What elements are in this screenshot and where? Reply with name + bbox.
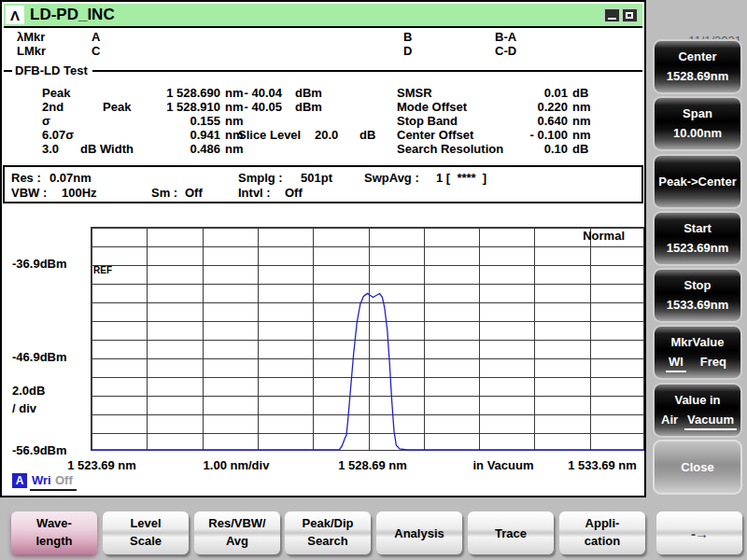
window-controls xyxy=(604,8,638,22)
analysis-value: 0.640 xyxy=(504,115,568,128)
trace-write-indicator: Wri xyxy=(32,474,51,487)
function-key-trace[interactable]: Trace xyxy=(468,511,554,554)
analysis-unit: nm xyxy=(225,143,244,156)
vbw-label: VBW : xyxy=(11,187,47,200)
lvl-marker-label: LMkr xyxy=(17,45,46,58)
softkey-span[interactable]: Span 10.00nm xyxy=(653,96,742,151)
function-key-analysis[interactable]: Analysis xyxy=(376,511,462,554)
softkey-label: Center xyxy=(655,49,740,63)
analysis-section-separator: DFB-LD Test xyxy=(4,63,642,77)
function-key-level-scale[interactable]: Level Scale xyxy=(103,511,189,554)
y-axis-label-top: -36.9dBm xyxy=(12,258,67,271)
analysis-label: 2nd xyxy=(42,101,63,114)
analysis-unit: dB xyxy=(572,87,588,100)
softkey-label: Start xyxy=(655,221,740,235)
sm-value: Off xyxy=(185,187,203,200)
analysis-value: - 0.100 xyxy=(504,129,568,142)
analysis-unit: nm xyxy=(225,115,244,128)
function-key-res-vbw-avg[interactable]: Res/VBW/ Avg xyxy=(194,511,280,554)
swpavg-label: SwpAvg : xyxy=(364,172,419,185)
analysis-value: 0.155 xyxy=(122,115,220,128)
minimize-icon xyxy=(608,18,616,20)
intvl-value: Off xyxy=(285,187,303,200)
function-key-label: length xyxy=(11,532,97,550)
x-axis-center-label: 1 528.69 nm xyxy=(338,459,407,472)
analysis-label: 6.07σ xyxy=(42,129,74,142)
marker-b: B xyxy=(403,31,412,44)
function-key-wavelength[interactable]: Wave- length xyxy=(11,511,97,554)
softkey-mkr-value[interactable]: MkrValue Wl Freq xyxy=(653,325,742,380)
analysis-value: 0.220 xyxy=(504,101,568,114)
marker-d: D xyxy=(403,45,412,58)
option-frequency[interactable]: Freq xyxy=(698,355,729,372)
function-key-label: Level xyxy=(103,514,189,532)
softkey-value: 1523.69nm xyxy=(655,241,740,255)
softkey-label: Value in xyxy=(655,393,740,407)
softkey-value: 10.00nm xyxy=(655,126,740,140)
maximize-icon xyxy=(626,12,633,19)
display-mode-label: Normal xyxy=(557,230,625,243)
y-axis-scale-label: 2.0dB xyxy=(12,385,45,398)
spectrum-trace xyxy=(91,227,644,451)
function-key-application[interactable]: Appli- cation xyxy=(559,511,645,554)
analysis-value: 1 528.690 xyxy=(122,87,220,100)
osa-screen: Λ LD-PD_INC λMkr A B B-A LMkr C D C-D DF… xyxy=(0,0,747,560)
softkey-value-in[interactable]: Value in Air Vacuum xyxy=(653,383,742,438)
function-key-label: Avg xyxy=(194,532,280,550)
sm-label: Sm : xyxy=(151,187,177,200)
analysis-level: - 40.04 xyxy=(233,87,282,100)
function-key-peak-dip-search[interactable]: Peak/Dip Search xyxy=(285,511,371,554)
analysis-value: 1 528.910 xyxy=(122,101,220,114)
analysis-label: 3.0 xyxy=(42,143,59,156)
analysis-unit: nm xyxy=(572,115,591,128)
function-key-more[interactable]: -→ xyxy=(656,511,742,554)
window-title: LD-PD_INC xyxy=(30,6,115,24)
x-axis-stop-label: 1 533.69 nm xyxy=(568,459,637,472)
maximize-button[interactable] xyxy=(622,8,638,22)
trace-polyline xyxy=(91,293,644,450)
analysis-unit: nm xyxy=(572,129,591,142)
analysis-label: Mode Offset xyxy=(397,101,467,114)
smplg-label: Smplg : xyxy=(238,172,283,185)
analysis-label: Center Offset xyxy=(397,129,473,142)
minimize-button[interactable] xyxy=(604,8,620,22)
function-key-label: Res/VBW/ xyxy=(194,514,280,532)
intvl-label: Intvl : xyxy=(238,187,271,200)
softkey-start[interactable]: Start 1523.69nm xyxy=(653,211,742,266)
analysis-unit: nm xyxy=(572,101,591,114)
marker-b-a: B-A xyxy=(495,31,516,44)
analysis-label: Peak xyxy=(42,87,70,100)
softkey-center[interactable]: Center 1528.69nm xyxy=(653,39,742,94)
titlebar: Λ LD-PD_INC xyxy=(4,4,642,28)
option-wavelength[interactable]: Wl xyxy=(666,355,686,372)
softkey-label: Close xyxy=(681,460,713,474)
marker-c-d: C-D xyxy=(495,45,516,58)
analysis-label: σ xyxy=(42,115,50,128)
ref-level-label: REF xyxy=(93,266,112,275)
option-air[interactable]: Air xyxy=(658,413,681,430)
function-key-label: Search xyxy=(285,532,371,550)
function-key-label: Appli- xyxy=(559,514,645,532)
softkey-value: 1533.69nm xyxy=(655,298,740,312)
y-axis-label-bottom: -56.9dBm xyxy=(12,444,67,457)
x-axis-start-label: 1 523.69 nm xyxy=(67,459,136,472)
analysis-value: 0.941 xyxy=(122,129,220,142)
function-key-label: cation xyxy=(559,532,645,550)
function-key-label: Peak/Dip xyxy=(285,514,371,532)
wl-marker-label: λMkr xyxy=(17,31,45,44)
trace-off-indicator: Off xyxy=(55,474,73,487)
softkey-stop[interactable]: Stop 1533.69nm xyxy=(653,268,742,323)
softkey-label: Peak->Center xyxy=(658,175,736,189)
y-axis-scale-label2: / div xyxy=(12,402,36,415)
function-key-label: Trace xyxy=(495,525,527,542)
swpavg-value: 1 [ **** ] xyxy=(436,172,486,185)
analysis-label: Stop Band xyxy=(397,115,458,128)
softkey-peak-to-center[interactable]: Peak->Center xyxy=(653,154,742,209)
function-key-label: Scale xyxy=(103,532,189,550)
function-key-label: Analysis xyxy=(394,525,444,542)
option-vacuum[interactable]: Vacuum xyxy=(684,413,737,430)
softkey-close[interactable]: Close xyxy=(653,440,742,495)
analysis-section-title: DFB-LD Test xyxy=(15,63,88,77)
x-axis-div-label: 1.00 nm/div xyxy=(204,459,270,472)
y-axis-label-mid: -46.9dBm xyxy=(12,351,67,364)
